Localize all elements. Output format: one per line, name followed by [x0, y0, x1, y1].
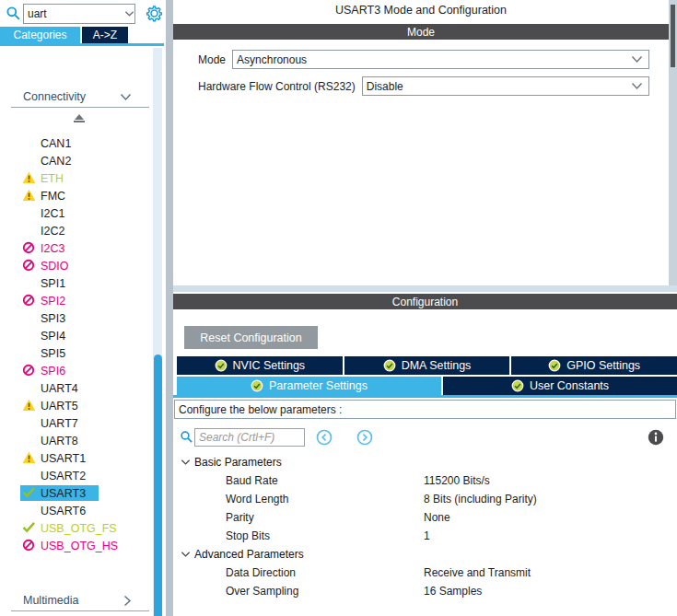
sidebar-item-spi4[interactable]: SPI4 — [0, 327, 151, 344]
section-multimedia-label: Multimedia — [23, 594, 78, 607]
panel-splitter-horizontal[interactable] — [173, 285, 677, 292]
tab-categories[interactable]: Categories — [0, 27, 80, 43]
sidebar-item-usart1[interactable]: USART1 — [0, 449, 151, 467]
hw-flow-control-value: Disable — [367, 80, 631, 93]
sidebar-item-eth[interactable]: ETH — [0, 169, 151, 187]
parameter-group-label: Advanced Parameters — [194, 548, 304, 561]
mode-label: Mode — [198, 53, 226, 66]
check-badge-icon — [511, 379, 524, 392]
gear-icon[interactable] — [145, 4, 164, 23]
peripheral-search-combo[interactable] — [23, 4, 135, 24]
sidebar-item-label: ETH — [41, 172, 64, 185]
tab-a-to-z[interactable]: A->Z — [82, 27, 128, 43]
parameter-row-baud-rate[interactable]: Baud Rate 115200 Bits/s — [173, 471, 677, 490]
sidebar-scrollbar-thumb[interactable] — [154, 354, 162, 616]
chevron-down-icon — [181, 551, 191, 558]
hw-flow-control-label: Hardware Flow Control (RS232) — [198, 80, 356, 93]
sidebar-item-label: CAN1 — [41, 137, 71, 150]
reset-configuration-button[interactable]: Reset Configuration — [184, 326, 318, 349]
info-icon[interactable] — [648, 429, 664, 446]
blocked-icon — [22, 539, 36, 552]
parameter-name: Data Direction — [226, 566, 424, 579]
sidebar-item-label: SPI1 — [41, 277, 65, 290]
parameter-search-input[interactable] — [194, 428, 305, 447]
search-next-button[interactable] — [356, 429, 373, 446]
parameter-row-over-sampling[interactable]: Over Sampling 16 Samples — [173, 582, 677, 600]
status-icon-slot — [22, 416, 36, 430]
page-title: USART3 Mode and Configuration — [173, 4, 669, 17]
hw-flow-control-select[interactable]: Disable — [362, 76, 649, 96]
hw-flow-control-row: Hardware Flow Control (RS232) Disable — [173, 76, 677, 96]
parameter-value[interactable]: None — [424, 511, 450, 524]
sidebar-item-label: SPI5 — [41, 347, 65, 360]
tab-parameter-settings[interactable]: Parameter Settings — [177, 377, 441, 395]
warning-icon — [22, 399, 36, 413]
sidebar-item-can1[interactable]: CAN1 — [0, 134, 151, 152]
sidebar-item-i2c3[interactable]: I2C3 — [0, 239, 151, 257]
sidebar-item-usart6[interactable]: USART6 — [0, 502, 151, 519]
sidebar-item-label: SPI2 — [41, 295, 65, 308]
parameter-tree: Basic Parameters Baud Rate 115200 Bits/s… — [173, 453, 677, 600]
sidebar-item-spi3[interactable]: SPI3 — [0, 309, 151, 327]
sidebar-item-spi1[interactable]: SPI1 — [0, 274, 151, 292]
status-icon-slot — [22, 346, 36, 360]
tab-dma-settings[interactable]: DMA Settings — [344, 356, 510, 375]
chevron-down-icon[interactable] — [124, 10, 134, 17]
sidebar-item-label: USB_OTG_FS — [41, 522, 117, 535]
blocked-icon — [22, 241, 36, 255]
parameter-group-basic-parameters[interactable]: Basic Parameters — [173, 453, 677, 471]
tab-gpio-settings[interactable]: GPIO Settings — [511, 356, 677, 375]
sidebar-search-row — [0, 0, 164, 26]
parameter-search-row — [173, 425, 677, 449]
warning-icon — [22, 189, 36, 203]
section-connectivity[interactable]: Connectivity — [0, 88, 152, 105]
sidebar-item-uart8[interactable]: UART8 — [0, 432, 151, 449]
parameter-row-word-length[interactable]: Word Length 8 Bits (including Parity) — [173, 490, 677, 508]
sidebar-item-spi6[interactable]: SPI6 — [0, 362, 151, 379]
parameter-row-parity[interactable]: Parity None — [173, 508, 677, 527]
sidebar-item-usb_otg_hs[interactable]: USB_OTG_HS — [0, 537, 151, 554]
parameter-row-stop-bits[interactable]: Stop Bits 1 — [173, 527, 677, 545]
panel-splitter-vertical[interactable] — [166, 0, 173, 616]
tab-user-constants[interactable]: User Constants — [443, 377, 677, 395]
configuration-tabs-row2: Parameter Settings User Constants — [177, 377, 677, 395]
parameter-group-advanced-parameters[interactable]: Advanced Parameters — [173, 545, 677, 564]
sidebar-item-label: SPI3 — [41, 312, 65, 325]
sidebar-item-i2c1[interactable]: I2C1 — [0, 204, 151, 222]
parameter-value[interactable]: Receive and Transmit — [424, 566, 531, 579]
sidebar-item-spi2[interactable]: SPI2 — [0, 292, 151, 309]
status-icon-slot — [22, 276, 36, 290]
search-previous-button[interactable] — [316, 429, 333, 446]
blocked-icon — [22, 259, 36, 273]
mode-panel-scrollbar-thumb[interactable] — [671, 5, 675, 67]
sidebar-item-uart7[interactable]: UART7 — [0, 414, 151, 432]
parameter-value[interactable]: 16 Samples — [424, 585, 482, 598]
sidebar-item-usb_otg_fs[interactable]: USB_OTG_FS — [0, 519, 151, 537]
tab-nvic-settings[interactable]: NVIC Settings — [177, 356, 343, 375]
peripheral-search-input[interactable] — [24, 7, 124, 20]
blocked-icon — [22, 364, 36, 378]
chevron-down-icon — [631, 82, 643, 90]
section-multimedia[interactable]: Multimedia — [0, 592, 152, 609]
sidebar-item-i2c2[interactable]: I2C2 — [0, 222, 151, 239]
parameter-value[interactable]: 115200 Bits/s — [424, 474, 490, 487]
parameter-value[interactable]: 8 Bits (including Parity) — [424, 493, 537, 506]
list-scroll-up-arrow[interactable] — [74, 114, 85, 122]
parameter-row-data-direction[interactable]: Data Direction Receive and Transmit — [173, 564, 677, 582]
sidebar-item-spi5[interactable]: SPI5 — [0, 344, 151, 362]
chevron-down-icon — [120, 93, 132, 101]
peripheral-list: CAN1 CAN2 ETH FMC I2C1 I2C2 I2C3 — [0, 134, 151, 554]
sidebar-item-sdio[interactable]: SDIO — [0, 257, 151, 274]
parameter-value[interactable]: 1 — [424, 529, 430, 542]
sidebar-item-can2[interactable]: CAN2 — [0, 152, 151, 169]
sidebar-item-uart4[interactable]: UART4 — [0, 379, 151, 397]
sidebar-item-usart2[interactable]: USART2 — [0, 467, 151, 484]
sidebar-item-fmc[interactable]: FMC — [0, 187, 151, 204]
status-icon-slot — [22, 381, 36, 395]
mode-select[interactable]: Asynchronous — [232, 50, 649, 69]
sidebar-item-usart3[interactable]: USART3 — [0, 484, 151, 502]
sidebar-item-label: USB_OTG_HS — [41, 540, 118, 552]
warning-icon — [22, 451, 36, 465]
mode-field-row: Mode Asynchronous — [173, 50, 677, 69]
sidebar-item-uart5[interactable]: UART5 — [0, 397, 151, 414]
